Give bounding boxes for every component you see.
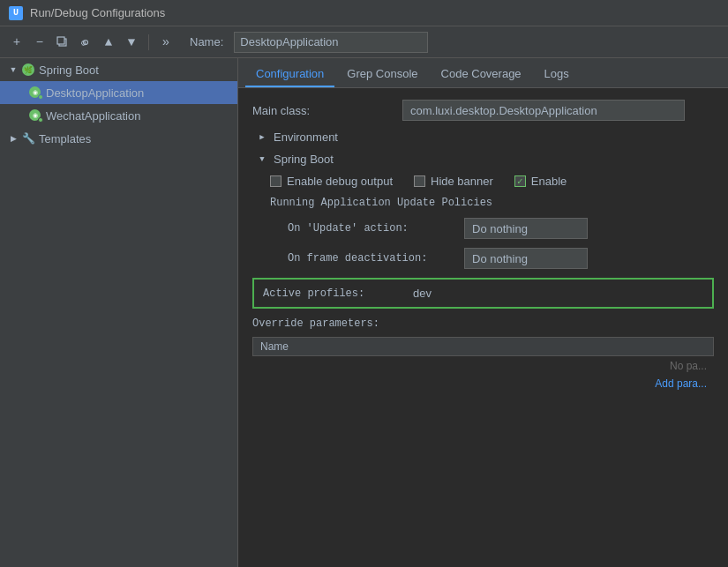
sidebar-item-desktop-app[interactable]: ◉ DesktopApplication (0, 81, 237, 104)
add-button[interactable]: + (7, 33, 26, 52)
templates-icon: 🔧 (21, 131, 35, 145)
on-frame-label: On frame deactivation: (288, 252, 464, 265)
tabs-bar: Configuration Grep Console Code Coverage… (238, 58, 728, 88)
wechat-app-icon: ◉ (28, 108, 42, 123)
sidebar-item-spring-boot[interactable]: ▼ 🌿 Spring Boot (0, 58, 237, 81)
tab-grep-console[interactable]: Grep Console (336, 62, 428, 87)
on-update-label: On 'Update' action: (288, 222, 464, 235)
environment-section-title: Environment (274, 131, 338, 144)
on-update-dropdown[interactable]: Do nothing (464, 218, 588, 239)
sidebar: ▼ 🌿 Spring Boot ◉ DesktopApplication (0, 58, 238, 567)
debug-output-checkbox[interactable] (270, 175, 281, 187)
name-label: Name: (190, 35, 223, 48)
tab-code-coverage[interactable]: Code Coverage (431, 62, 532, 87)
spring-boot-section-header[interactable]: ▼ Spring Boot (256, 153, 714, 166)
desktop-app-label: DesktopApplication (46, 86, 144, 100)
window-title: Run/Debug Configurations (30, 6, 165, 19)
active-profiles-label: Active profiles: (263, 287, 413, 300)
app-icon: U (9, 6, 23, 20)
spring-boot-section-title: Spring Boot (274, 153, 334, 166)
content-area: Main class: com.luxi.desktop.DesktopAppl… (238, 88, 728, 567)
override-parameters-section: Override parameters: Name No pa... Add p… (252, 317, 714, 392)
enable-checkbox[interactable]: ✓ (514, 175, 526, 187)
update-policies-title: Running Application Update Policies (252, 197, 714, 209)
move-up-button[interactable]: ▲ (99, 33, 118, 52)
copy-button[interactable] (53, 33, 72, 52)
right-panel: Configuration Grep Console Code Coverage… (238, 58, 728, 567)
remove-button[interactable]: − (30, 33, 49, 52)
environment-expand-arrow[interactable]: ▶ (256, 131, 268, 144)
hide-banner-checkbox-item[interactable]: Hide banner (414, 175, 493, 188)
tab-logs[interactable]: Logs (534, 62, 580, 87)
main-class-row: Main class: com.luxi.desktop.DesktopAppl… (252, 99, 714, 122)
active-profiles-input[interactable] (413, 287, 561, 300)
active-profiles-section: Active profiles: (252, 278, 714, 309)
svg-text:⚙: ⚙ (80, 39, 86, 48)
hide-banner-checkbox[interactable] (414, 175, 425, 187)
hide-banner-label: Hide banner (431, 175, 493, 188)
enable-checkbox-item[interactable]: ✓ Enable (514, 175, 567, 188)
settings-button[interactable]: ⚙ (76, 33, 95, 52)
spring-boot-label: Spring Boot (39, 63, 99, 77)
spring-boot-icon: 🌿 (21, 63, 35, 77)
wechat-app-label: WechatApplication (46, 109, 140, 123)
toolbar-separator (148, 34, 149, 50)
toolbar: + − ⚙ ▲ ▼ » Name: (0, 26, 728, 58)
tab-configuration[interactable]: Configuration (245, 62, 334, 87)
spring-boot-expand-arrow[interactable]: ▼ (256, 153, 268, 166)
on-frame-row: On frame deactivation: Do nothing (252, 248, 714, 269)
enable-label: Enable (531, 175, 567, 188)
environment-section-header[interactable]: ▶ Environment (256, 131, 714, 144)
on-frame-dropdown[interactable]: Do nothing (464, 248, 588, 269)
checkboxes-row: Enable debug output Hide banner ✓ Enable (252, 175, 714, 188)
add-params-link[interactable]: Add para... (252, 376, 714, 392)
on-update-row: On 'Update' action: Do nothing (252, 218, 714, 239)
main-class-value[interactable]: com.luxi.desktop.DesktopApplication (402, 100, 685, 121)
svg-rect-1 (57, 37, 64, 44)
expand-arrow-templates[interactable]: ▶ (7, 132, 19, 145)
no-params-text: No pa... (252, 356, 714, 376)
more-button[interactable]: » (156, 33, 176, 52)
override-title: Override parameters: (252, 317, 714, 330)
debug-output-label: Enable debug output (287, 175, 393, 188)
debug-output-checkbox-item[interactable]: Enable debug output (270, 175, 393, 188)
desktop-app-icon: ◉ (28, 86, 42, 100)
title-bar: U Run/Debug Configurations (0, 0, 728, 26)
sidebar-item-templates[interactable]: ▶ 🔧 Templates (0, 127, 237, 150)
name-column-header: Name (260, 340, 289, 353)
main-class-label: Main class: (252, 104, 402, 117)
sidebar-item-wechat-app[interactable]: ◉ WechatApplication (0, 104, 237, 127)
override-table-header: Name (252, 337, 714, 356)
move-down-button[interactable]: ▼ (122, 33, 141, 52)
templates-label: Templates (39, 132, 91, 145)
main-container: ▼ 🌿 Spring Boot ◉ DesktopApplication (0, 58, 728, 567)
name-input[interactable] (234, 32, 428, 53)
expand-arrow-spring-boot[interactable]: ▼ (7, 63, 19, 76)
